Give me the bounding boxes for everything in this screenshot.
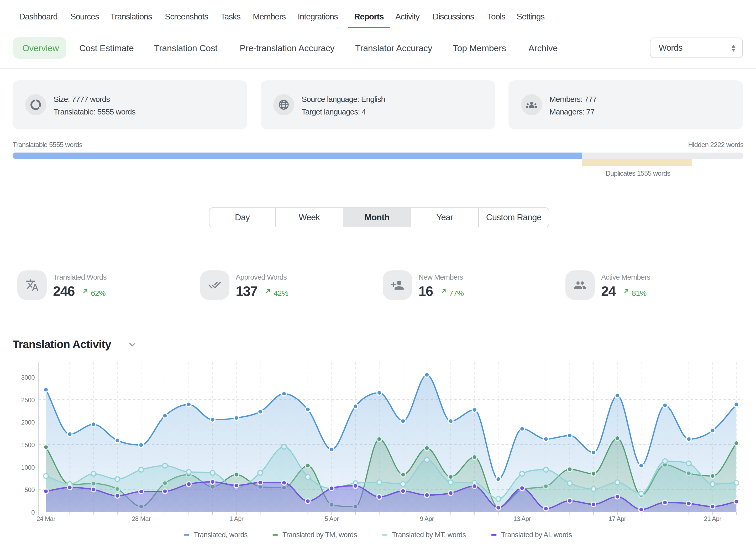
svg-text:2500: 2500: [21, 396, 35, 404]
svg-text:3000: 3000: [21, 374, 35, 381]
svg-text:28 Mar: 28 Mar: [132, 515, 151, 522]
svg-text:0: 0: [31, 509, 35, 516]
svg-text:24 Mar: 24 Mar: [36, 515, 55, 522]
svg-text:5 Apr: 5 Apr: [325, 515, 339, 522]
svg-text:2000: 2000: [21, 419, 35, 426]
svg-text:13 Apr: 13 Apr: [513, 515, 531, 522]
svg-text:500: 500: [24, 486, 35, 493]
svg-text:21 Apr: 21 Apr: [704, 515, 721, 522]
svg-text:1000: 1000: [21, 464, 35, 471]
svg-text:9 Apr: 9 Apr: [420, 515, 434, 522]
svg-text:1 Apr: 1 Apr: [229, 515, 244, 522]
svg-text:17 Apr: 17 Apr: [609, 515, 626, 522]
svg-text:1500: 1500: [21, 441, 35, 448]
